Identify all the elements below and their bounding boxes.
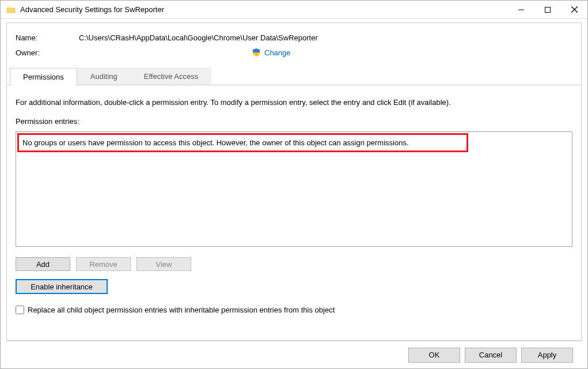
close-button[interactable] [561, 1, 587, 18]
name-label: Name: [16, 33, 79, 42]
maximize-button[interactable] [534, 1, 561, 18]
minimize-button[interactable] [508, 1, 534, 18]
tab-effective-access[interactable]: Effective Access [131, 67, 211, 85]
folder-icon [6, 5, 16, 14]
window-title: Advanced Security Settings for SwReporte… [20, 5, 508, 14]
svg-rect-1 [545, 7, 551, 12]
add-button[interactable]: Add [16, 257, 70, 271]
dialog-footer: OK Cancel Apply [6, 341, 582, 368]
entries-label: Permission entries: [16, 117, 572, 126]
titlebar: Advanced Security Settings for SwReporte… [1, 1, 587, 19]
owner-label: Owner: [16, 48, 79, 57]
cancel-button[interactable]: Cancel [465, 348, 517, 363]
permission-entries-box[interactable]: No groups or users have permission to ac… [16, 131, 572, 247]
tab-auditing[interactable]: Auditing [77, 67, 131, 85]
security-settings-window: Advanced Security Settings for SwReporte… [0, 0, 588, 369]
enable-inheritance-button[interactable]: Enable inheritance [16, 279, 108, 294]
apply-button[interactable]: Apply [521, 348, 573, 363]
window-controls [508, 1, 587, 18]
change-link[interactable]: Change [264, 48, 291, 57]
highlight-annotation: No groups or users have permission to ac… [17, 133, 468, 152]
view-button[interactable]: View [136, 257, 191, 271]
owner-row: Owner: Change [16, 48, 572, 57]
name-row: Name: C:\Users\CRasH\AppData\Local\Googl… [16, 33, 572, 42]
inheritance-row: Enable inheritance [16, 279, 572, 294]
tab-permissions[interactable]: Permissions [10, 68, 77, 85]
entries-buttons: Add Remove View [16, 257, 572, 271]
name-value: C:\Users\CRasH\AppData\Local\Google\Chro… [79, 33, 318, 42]
info-text: For additional information, double-click… [16, 98, 572, 107]
tabs: Permissions Auditing Effective Access [7, 67, 581, 85]
ok-button[interactable]: OK [408, 348, 460, 363]
replace-checkbox[interactable] [16, 306, 24, 314]
client-area: Name: C:\Users\CRasH\AppData\Local\Googl… [6, 22, 582, 341]
replace-checkbox-label[interactable]: Replace all child object permission entr… [28, 306, 335, 314]
tab-content: For additional information, double-click… [16, 85, 572, 334]
replace-checkbox-row: Replace all child object permission entr… [16, 306, 572, 314]
entries-message: No groups or users have permission to ac… [22, 138, 409, 147]
owner-change: Change [252, 48, 291, 57]
remove-button[interactable]: Remove [76, 257, 131, 271]
shield-icon [252, 48, 261, 57]
